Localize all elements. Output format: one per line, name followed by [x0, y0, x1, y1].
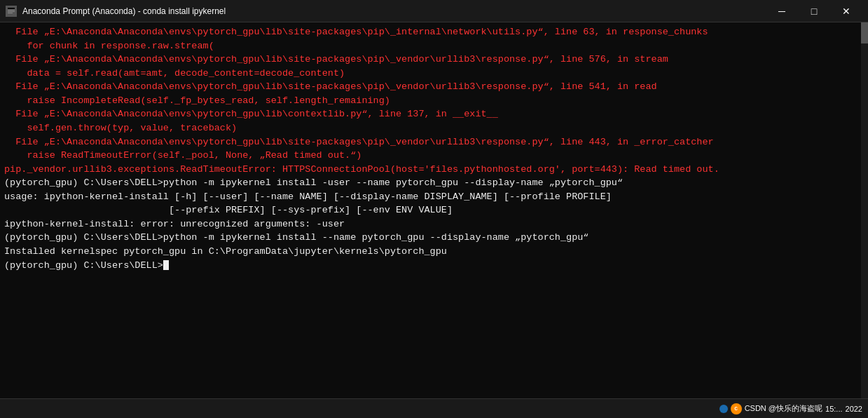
- terminal-line: [--prefix PREFIX] [--sys-prefix] [--env …: [4, 203, 864, 217]
- tray-label: CSDN @快乐的海盗呢: [745, 403, 822, 414]
- status-time: 15:...: [825, 405, 842, 413]
- app-window: Anaconda Prompt (Anaconda) - conda insta…: [0, 0, 868, 418]
- network-icon: [719, 405, 728, 413]
- terminal-line: data = self.read(amt=amt, decode_content…: [4, 67, 864, 81]
- terminal-line: usage: ipython-kernel-install [-h] [--us…: [4, 190, 864, 204]
- terminal-line: File „E:\Anaconda\Anaconda\envs\pytorch_…: [4, 107, 864, 121]
- terminal-line: File „E:\Anaconda\Anaconda\envs\pytorch_…: [4, 80, 864, 94]
- status-date: 2022: [846, 405, 862, 413]
- terminal-cursor: [163, 260, 169, 270]
- svg-rect-1: [8, 8, 15, 9]
- svg-rect-3: [8, 11, 15, 12]
- terminal-line: pip._vendor.urllib3.exceptions.ReadTimeo…: [4, 163, 864, 177]
- terminal-line: (pytorch_gpu) C:\Users\DELL>python -m ip…: [4, 176, 864, 190]
- terminal-line: raise IncompleteRead(self._fp_bytes_read…: [4, 94, 864, 108]
- terminal-line: for chunk in response.raw.stream(: [4, 39, 864, 53]
- terminal-line: File „E:\Anaconda\Anaconda\envs\pytorch_…: [4, 135, 864, 149]
- close-button[interactable]: ✕: [830, 0, 862, 22]
- terminal-line: ipython-kernel-install: error: unrecogni…: [4, 217, 864, 231]
- title-bar: Anaconda Prompt (Anaconda) - conda insta…: [0, 0, 868, 22]
- window-controls: ─ □ ✕: [766, 0, 862, 22]
- terminal-output[interactable]: File „E:\Anaconda\Anaconda\envs\pytorch_…: [0, 22, 868, 398]
- svg-rect-4: [8, 13, 13, 13]
- terminal-line: self.gen.throw(typ, value, traceback): [4, 121, 864, 135]
- app-icon: [6, 6, 17, 17]
- csdn-icon: C: [731, 403, 742, 414]
- terminal-line: Installed kernelspec pytorch_gpu in C:\P…: [4, 245, 864, 259]
- minimize-button[interactable]: ─: [766, 0, 798, 22]
- terminal-line: File „E:\Anaconda\Anaconda\envs\pytorch_…: [4, 53, 864, 67]
- title-bar-left: Anaconda Prompt (Anaconda) - conda insta…: [6, 6, 226, 17]
- svg-rect-2: [8, 10, 15, 11]
- terminal-line: (pytorch_gpu) C:\Users\DELL>: [4, 259, 864, 273]
- tray-icons: C CSDN @快乐的海盗呢 15:... 2022: [719, 403, 862, 414]
- terminal-line: (pytorch_gpu) C:\Users\DELL>python -m ip…: [4, 231, 864, 245]
- scrollbar-thumb[interactable]: [861, 22, 868, 43]
- terminal-line: raise ReadTimeoutError(self._pool, None,…: [4, 149, 864, 163]
- window-title: Anaconda Prompt (Anaconda) - conda insta…: [22, 6, 226, 16]
- status-bar: C CSDN @快乐的海盗呢 15:... 2022: [0, 398, 868, 418]
- terminal-line: File „E:\Anaconda\Anaconda\envs\pytorch_…: [4, 25, 864, 39]
- maximize-button[interactable]: □: [798, 0, 830, 22]
- scrollbar[interactable]: [861, 22, 868, 398]
- terminal-content: File „E:\Anaconda\Anaconda\envs\pytorch_…: [4, 25, 864, 272]
